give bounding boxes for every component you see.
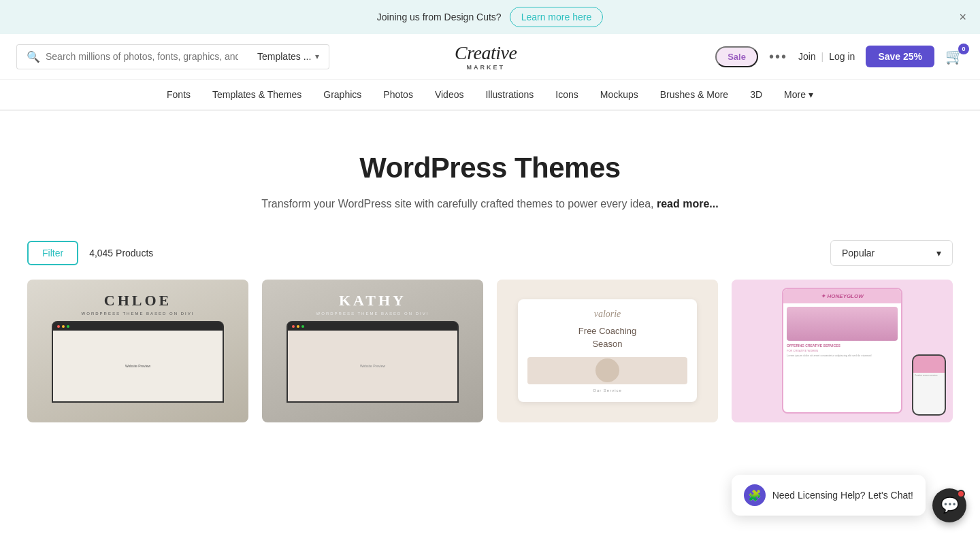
- nav-item-graphics[interactable]: Graphics: [323, 89, 361, 100]
- product-card[interactable]: ✦ HONEYGLOW OFFERING CREATIVE SERVICES F…: [732, 280, 953, 422]
- chevron-down-icon: ▾: [936, 248, 941, 258]
- product-title: valorie: [527, 309, 688, 320]
- main-nav: Fonts Templates & Themes Graphics Photos…: [0, 80, 980, 111]
- product-subtitle: Free CoachingSeason: [527, 325, 688, 350]
- product-subtitle: WORDPRESS THEME BASED ON DIVI: [82, 312, 195, 316]
- header: 🔍 Templates ... ▾ Creative MARKET Sale •…: [0, 34, 980, 80]
- nav-item-brushes[interactable]: Brushes & More: [660, 89, 728, 100]
- search-area: 🔍 Templates ... ▾: [16, 44, 256, 69]
- nav-item-icons[interactable]: Icons: [555, 89, 578, 100]
- read-more-link[interactable]: read more...: [657, 198, 719, 210]
- sale-badge[interactable]: Sale: [715, 46, 758, 67]
- logo-wordmark: Creative: [455, 42, 517, 64]
- filter-button[interactable]: Filter: [27, 241, 78, 265]
- nav-item-photos[interactable]: Photos: [383, 89, 413, 100]
- products-count: 4,045 Products: [89, 248, 153, 258]
- product-card[interactable]: valorie Free CoachingSeason Our Service: [497, 280, 718, 422]
- product-grid: CHLOE WORDPRESS THEME BASED ON DIVI Webs…: [27, 280, 953, 422]
- page-hero: WordPress Themes Transform your WordPres…: [27, 138, 953, 240]
- product-card[interactable]: CHLOE WORDPRESS THEME BASED ON DIVI Webs…: [27, 280, 248, 422]
- nav-more-label: More: [784, 89, 806, 100]
- sort-dropdown[interactable]: Popular ▾: [830, 240, 953, 266]
- banner-link[interactable]: Learn more here: [510, 7, 604, 27]
- logo[interactable]: Creative MARKET: [267, 42, 704, 71]
- nav-item-illustrations[interactable]: Illustrations: [485, 89, 534, 100]
- login-link[interactable]: Log in: [829, 51, 855, 62]
- nav-item-videos[interactable]: Videos: [435, 89, 464, 100]
- page-description: Transform your WordPress site with caref…: [27, 195, 953, 213]
- product-title: CHLOE: [82, 292, 195, 309]
- product-title: KATHY: [316, 292, 429, 309]
- banner-close-button[interactable]: ×: [959, 11, 966, 23]
- nav-item-more[interactable]: More ▾: [784, 89, 813, 100]
- search-icon: 🔍: [27, 50, 40, 63]
- product-title: ✦ HONEYGLOW: [787, 293, 897, 299]
- sort-label: Popular: [842, 248, 875, 258]
- product-subtitle: OFFERING CREATIVE SERVICES: [787, 344, 898, 348]
- products-bar: Filter 4,045 Products Popular ▾: [27, 240, 953, 266]
- cart-icon[interactable]: 🛒 0: [945, 48, 964, 65]
- cart-badge: 0: [958, 44, 969, 54]
- search-input[interactable]: [46, 51, 238, 62]
- main-content: WordPress Themes Transform your WordPres…: [0, 111, 980, 436]
- nav-item-3d[interactable]: 3D: [750, 89, 762, 100]
- header-actions: Sale ••• Join | Log in Save 25% 🛒 0: [715, 46, 964, 67]
- product-card[interactable]: KATHY WORDPRESS THEME BASED ON DIVI Webs…: [262, 280, 483, 422]
- product-subtitle: WORDPRESS THEME BASED ON DIVI: [316, 312, 429, 316]
- top-banner: Joining us from Design Cuts? Learn more …: [0, 0, 980, 34]
- page-title: WordPress Themes: [27, 152, 953, 184]
- nav-item-fonts[interactable]: Fonts: [167, 89, 191, 100]
- auth-divider: |: [821, 51, 824, 62]
- nav-item-mockups[interactable]: Mockups: [600, 89, 638, 100]
- save-button[interactable]: Save 25%: [866, 46, 934, 67]
- auth-links: Join | Log in: [798, 51, 855, 62]
- banner-text: Joining us from Design Cuts?: [377, 12, 502, 22]
- join-link[interactable]: Join: [798, 51, 816, 62]
- chevron-down-icon: ▾: [808, 89, 813, 100]
- logo-tagline: MARKET: [455, 64, 517, 71]
- nav-item-templates[interactable]: Templates & Themes: [212, 89, 301, 100]
- search-bar: 🔍: [16, 44, 248, 69]
- more-options-button[interactable]: •••: [769, 49, 787, 65]
